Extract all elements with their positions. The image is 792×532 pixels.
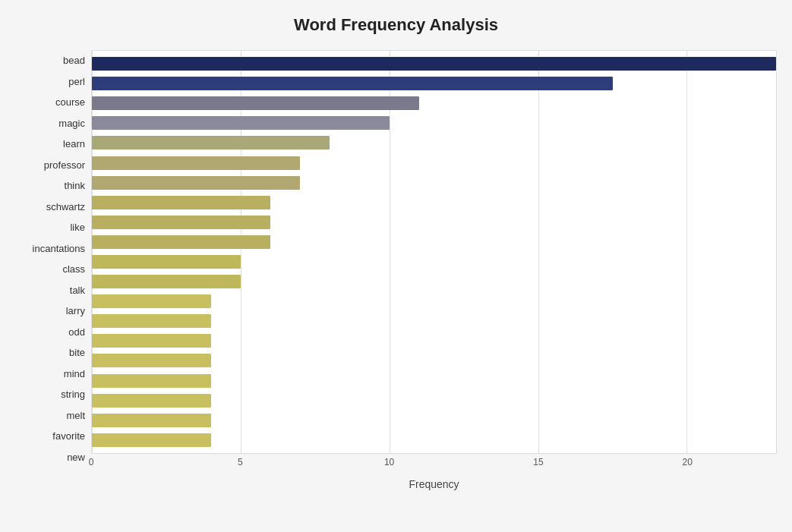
y-label-like: like	[70, 217, 85, 238]
grid-and-bars	[91, 50, 777, 454]
bar-row-mind	[92, 352, 776, 369]
y-label-bead: bead	[63, 50, 85, 71]
chart-container: Word Frequency Analysis beadperlcoursema…	[0, 0, 792, 532]
y-label-larry: larry	[66, 301, 85, 321]
bar-row-melt	[92, 392, 776, 409]
y-label-bite: bite	[69, 342, 85, 363]
bar-row-class	[92, 253, 776, 270]
bar-schwartz	[92, 196, 270, 209]
bar-larry	[92, 294, 211, 308]
x-tick-0: 0	[89, 457, 94, 467]
bar-mind	[92, 354, 211, 367]
x-tick-15: 15	[533, 457, 543, 467]
bar-bead	[92, 57, 776, 71]
bar-talk	[92, 275, 241, 288]
bar-think	[92, 176, 300, 190]
bar-perl	[92, 77, 613, 90]
y-label-string: string	[61, 384, 85, 405]
bar-row-incantations	[92, 234, 776, 250]
x-axis: 05101520	[91, 454, 777, 477]
bar-favorite	[92, 414, 211, 427]
bar-row-schwartz	[92, 194, 776, 211]
bar-odd	[92, 314, 211, 328]
bar-row-like	[92, 214, 776, 231]
bar-row-professor	[92, 155, 776, 172]
y-label-odd: odd	[68, 322, 85, 342]
bar-row-new	[92, 432, 776, 449]
y-label-think: think	[65, 175, 85, 196]
y-label-magic: magic	[58, 113, 85, 134]
y-label-incantations: incantations	[33, 238, 85, 259]
y-label-learn: learn	[63, 134, 85, 154]
bar-class	[92, 255, 241, 269]
bar-like	[92, 216, 270, 229]
chart-title: Word Frequency Analysis	[15, 15, 777, 35]
bar-row-bite	[92, 332, 776, 349]
bar-melt	[92, 394, 211, 408]
bar-row-learn	[92, 134, 776, 151]
bar-bite	[92, 334, 211, 348]
chart-inner: beadperlcoursemagiclearnprofessorthinksc…	[15, 50, 777, 490]
y-label-schwartz: schwartz	[46, 197, 85, 217]
x-tick-10: 10	[384, 457, 394, 467]
bar-row-odd	[92, 313, 776, 329]
x-tick-20: 20	[683, 457, 693, 467]
bar-course	[92, 96, 419, 110]
bar-row-perl	[92, 75, 776, 92]
bar-row-bead	[92, 55, 776, 72]
y-label-mind: mind	[64, 364, 85, 384]
bar-incantations	[92, 235, 270, 249]
x-tick-5: 5	[238, 457, 243, 467]
bar-new	[92, 433, 211, 447]
bar-learn	[92, 136, 330, 150]
bar-string	[92, 374, 211, 388]
x-axis-title: Frequency	[91, 478, 777, 490]
y-label-perl: perl	[68, 71, 85, 92]
bar-row-magic	[92, 115, 776, 131]
y-label-professor: professor	[44, 155, 85, 175]
bar-magic	[92, 116, 390, 130]
bar-row-string	[92, 373, 776, 389]
y-label-talk: talk	[70, 280, 85, 301]
y-label-course: course	[55, 92, 85, 112]
bar-row-favorite	[92, 412, 776, 429]
bar-professor	[92, 156, 300, 170]
y-label-favorite: favorite	[52, 426, 85, 446]
bars-and-grid: 05101520 Frequency	[91, 50, 777, 490]
bar-row-think	[92, 175, 776, 191]
bars-wrapper	[92, 51, 776, 453]
chart-area: beadperlcoursemagiclearnprofessorthinksc…	[15, 50, 777, 490]
bar-row-course	[92, 95, 776, 112]
bar-row-larry	[92, 293, 776, 310]
bar-row-talk	[92, 273, 776, 290]
y-label-melt: melt	[66, 405, 85, 426]
y-axis-labels: beadperlcoursemagiclearnprofessorthinksc…	[15, 50, 91, 490]
y-label-new: new	[67, 447, 85, 467]
y-label-class: class	[62, 259, 85, 279]
